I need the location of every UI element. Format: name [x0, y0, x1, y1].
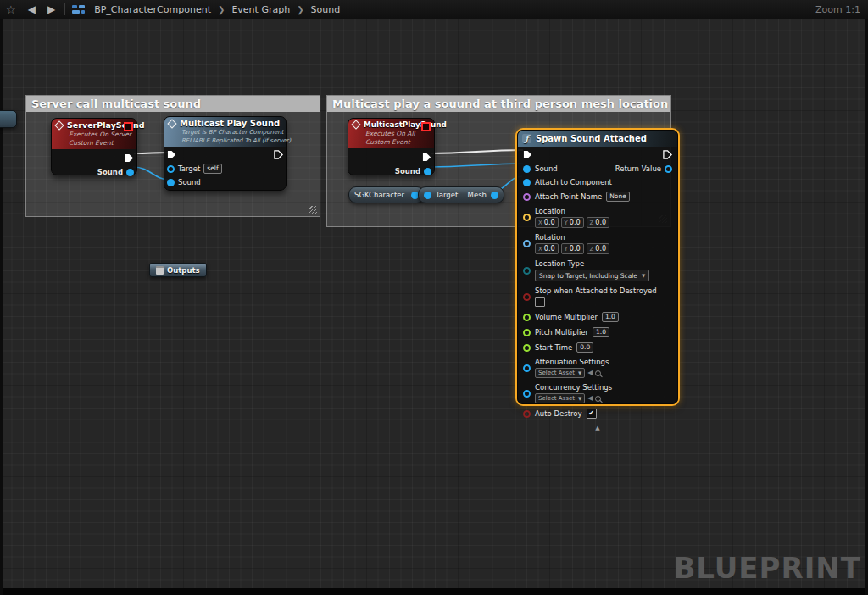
concurrency-settings-pin[interactable]	[523, 390, 531, 398]
blueprint-editor: ☆ ◀ ▶ BP_CharacterComponent ❯ Event Grap…	[0, 0, 868, 595]
node-spawn-sound-attached[interactable]: ƒ Spawn Sound Attached Sound Return Valu…	[517, 130, 678, 404]
pin-label: Rotation	[535, 233, 609, 242]
target-self-field[interactable]: self	[203, 164, 221, 174]
pin-label: Target	[178, 164, 200, 173]
rotation-z-field[interactable]: Z0.0	[587, 243, 610, 254]
location-pin[interactable]	[523, 214, 531, 221]
node-multicast-play-sound-call[interactable]: Multicast Play Sound Target is BP Charac…	[164, 116, 287, 191]
node-sgk-character-variable[interactable]: SGKCharacter	[348, 186, 425, 203]
pin-label: Location Type	[535, 259, 649, 268]
attach-point-name-pin[interactable]	[523, 193, 531, 201]
offscreen-node[interactable]	[0, 110, 17, 128]
pin-label: Mesh	[468, 191, 487, 199]
variable-label: SGKCharacter	[354, 191, 404, 199]
node-subtitle: RELIABLE Replicated To All (if server)	[181, 137, 281, 145]
pin-label: Concurrency Settings	[535, 383, 612, 392]
tunnel-icon	[156, 266, 164, 275]
sound-input-pin[interactable]	[523, 165, 531, 173]
rotation-pin[interactable]	[523, 240, 531, 247]
pin-label: Attach Point Name	[535, 192, 602, 201]
stop-when-attached-checkbox[interactable]	[535, 297, 545, 307]
collapse-advanced-pins-arrow[interactable]	[518, 425, 677, 431]
node-outputs-tunnel[interactable]: Outputs	[149, 263, 207, 277]
pin-label: Pitch Multiplier	[535, 328, 588, 336]
event-diamond-icon	[54, 120, 64, 130]
use-selected-asset-icon[interactable]: ◀	[587, 395, 593, 402]
volume-multiplier-pin[interactable]	[523, 314, 531, 321]
pin-label: Auto Destroy	[535, 409, 582, 418]
node-header: ƒ Spawn Sound Attached	[518, 131, 677, 147]
comment-title[interactable]: Server call multicast sound	[26, 96, 320, 112]
node-header: Multicast Play Sound Target is BP Charac…	[164, 117, 286, 147]
return-value-output-pin[interactable]	[665, 165, 672, 173]
exec-output-pin[interactable]	[663, 150, 672, 159]
attach-to-component-pin[interactable]	[523, 179, 531, 186]
breadcrumb-item-blueprint[interactable]: BP_CharacterComponent	[94, 4, 211, 15]
pitch-multiplier-pin[interactable]	[523, 329, 531, 336]
blueprint-graph-icon	[72, 5, 85, 14]
mesh-output-pin[interactable]	[491, 192, 498, 199]
back-arrow-icon[interactable]: ◀	[22, 0, 42, 19]
start-time-field[interactable]: 0.0	[576, 342, 593, 353]
attenuation-settings-pin[interactable]	[523, 364, 531, 372]
node-title: Outputs	[167, 266, 200, 275]
location-y-field[interactable]: Y0.0	[561, 217, 584, 228]
exec-output-pin[interactable]	[125, 153, 134, 163]
comment-resize-grip[interactable]	[309, 206, 317, 214]
node-server-play-sound[interactable]: ServerPlaySound Executes On Server Custo…	[51, 118, 137, 175]
attach-point-name-field[interactable]: None	[606, 192, 630, 202]
pin-label: Return Value	[615, 164, 661, 173]
node-subtitle: Executes On Server	[69, 131, 132, 138]
target-input-pin[interactable]	[167, 165, 175, 173]
exec-input-pin[interactable]	[523, 150, 532, 159]
browse-asset-icon[interactable]	[595, 396, 601, 402]
function-diamond-icon	[167, 119, 176, 128]
function-f-icon: ƒ	[522, 134, 531, 143]
sound-output-pin[interactable]	[424, 168, 431, 175]
node-subtitle: Custom Event	[69, 139, 132, 147]
location-x-field[interactable]: X0.0	[535, 217, 559, 228]
sound-input-pin[interactable]	[167, 179, 175, 186]
start-time-pin[interactable]	[523, 344, 531, 352]
replication-badge-icon	[421, 122, 431, 131]
use-selected-asset-icon[interactable]: ◀	[587, 370, 593, 376]
node-multicast-play-sound-event[interactable]: MulticastPlaySound Executes On All Custo…	[348, 118, 435, 175]
zoom-level-label: Zoom 1:1	[815, 4, 860, 15]
node-subtitle: Executes On All	[365, 130, 430, 137]
volume-multiplier-field[interactable]: 1.0	[602, 312, 619, 322]
favorite-star-icon[interactable]: ☆	[0, 0, 22, 19]
stop-when-attached-pin[interactable]	[523, 293, 531, 301]
exec-input-pin[interactable]	[167, 150, 176, 159]
location-type-pin[interactable]	[523, 267, 531, 275]
auto-destroy-checkbox[interactable]: ✔	[587, 409, 597, 419]
pin-label: Sound	[535, 164, 558, 173]
location-type-dropdown[interactable]: Snap to Target, Including Scale	[535, 270, 649, 281]
pin-label: Attach to Component	[535, 178, 612, 186]
node-subtitle: Target is BP Character Component	[181, 129, 281, 136]
rotation-y-field[interactable]: Y0.0	[561, 243, 584, 254]
target-input-pin[interactable]	[424, 192, 431, 199]
blueprint-watermark: BLUEPRINT	[673, 551, 861, 585]
location-z-field[interactable]: Z0.0	[587, 217, 610, 228]
pin-label: Volume Multiplier	[535, 313, 598, 321]
graph-canvas[interactable]: BLUEPRINT Server call multicast sound Mu…	[0, 19, 868, 595]
pin-label: Sound	[395, 167, 420, 175]
node-target-mesh-getter[interactable]: Target Mesh	[418, 186, 504, 203]
concurrency-asset-dropdown[interactable]: Select Asset	[535, 393, 585, 403]
pin-label: Location	[535, 207, 609, 215]
auto-destroy-pin[interactable]	[523, 410, 531, 418]
rotation-x-field[interactable]: X0.0	[535, 243, 559, 254]
forward-arrow-icon[interactable]: ▶	[42, 0, 61, 19]
exec-output-pin[interactable]	[274, 150, 283, 159]
attenuation-asset-dropdown[interactable]: Select Asset	[535, 368, 585, 378]
sound-output-pin[interactable]	[126, 169, 134, 176]
breadcrumb-item-sound[interactable]: Sound	[311, 4, 341, 15]
exec-output-pin[interactable]	[422, 153, 431, 162]
event-diamond-icon	[351, 120, 360, 129]
browse-asset-icon[interactable]	[595, 370, 601, 376]
comment-title[interactable]: Multicast play a souund at third person …	[327, 96, 670, 112]
pitch-multiplier-field[interactable]: 1.0	[593, 327, 609, 337]
breadcrumb-item-event-graph[interactable]: Event Graph	[231, 4, 290, 15]
replication-badge-icon	[124, 122, 133, 131]
pin-label: Target	[436, 191, 458, 199]
